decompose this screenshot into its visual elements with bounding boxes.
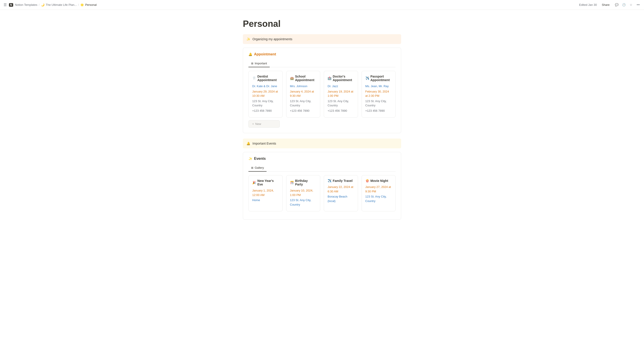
tab-gallery-label: Gallery bbox=[255, 166, 264, 169]
appointment-tab-bar: ⊞ Important bbox=[248, 60, 396, 67]
edited-timestamp: Edited Jan 30 bbox=[579, 3, 597, 6]
organizing-callout: ✨ Organizing my appointments bbox=[243, 34, 401, 44]
events-tab-bar: ⊞ Gallery bbox=[248, 164, 396, 172]
new-plus-icon: + bbox=[252, 122, 254, 126]
event-card[interactable]: 🎉 New Year's Eve January 1, 2024, 12:00 … bbox=[248, 175, 283, 211]
event-card-date-2: January 22, 2024 at 6:30 AM bbox=[328, 185, 354, 194]
breadcrumb-sep-2: / bbox=[78, 3, 79, 6]
events-sparkle-icon: ✨ bbox=[248, 157, 252, 160]
event-card-title-2: ✈️ Family Travel bbox=[328, 179, 354, 183]
topbar-right: Edited Jan 30 Share 💬 🕐 ☆ ••• bbox=[579, 2, 640, 7]
important-events-callout-text: Important Events bbox=[252, 142, 276, 145]
appointment-card-date-0: January 29, 2024 at 10:30 AM bbox=[252, 89, 279, 98]
clock-icon[interactable]: 🕐 bbox=[622, 3, 626, 7]
appointment-card-address-3: 123 St. Any City, Country bbox=[366, 99, 392, 108]
appointment-card-emoji-0: 🦷 bbox=[252, 76, 256, 80]
appointment-card-emoji-3: ✈️ bbox=[366, 76, 369, 80]
appointment-bell-icon: 🔔 bbox=[248, 52, 252, 56]
events-section-title: Events bbox=[254, 157, 266, 161]
appointment-card[interactable]: ✈️ Passport Appointment Ms. Jean, Mr. Ra… bbox=[362, 71, 396, 117]
appointment-card-date-3: February 30, 2024 at 2:30 PM bbox=[366, 89, 392, 98]
more-icon[interactable]: ••• bbox=[636, 3, 640, 7]
event-card-title-3: 🍿 Movie Night bbox=[366, 179, 392, 183]
events-cards-grid: 🎉 New Year's Eve January 1, 2024, 12:00 … bbox=[248, 175, 396, 211]
appointment-card[interactable]: 🏥 Doctor's Appointment Dr. Jazz January … bbox=[324, 71, 358, 117]
page-title: Personal bbox=[243, 19, 401, 29]
appointment-card-doctor-3: Ms. Jean, Mr. Ray bbox=[366, 84, 392, 88]
tab-important-grid-icon: ⊞ bbox=[251, 62, 253, 65]
appointment-card-phone-0: +123 456 7890 bbox=[252, 109, 279, 113]
appointment-card-date-2: January 19, 2024 at 1:00 PM bbox=[328, 89, 354, 98]
event-card-date-1: January 10, 2024, 1:00 PM bbox=[290, 188, 317, 197]
appointment-card-title-2: 🏥 Doctor's Appointment bbox=[328, 75, 354, 82]
organizing-callout-icon: ✨ bbox=[246, 37, 250, 41]
event-card-emoji-0: 🎉 bbox=[252, 181, 256, 184]
share-button[interactable]: Share bbox=[600, 2, 612, 7]
appointment-card-doctor-1: Mrs. Johnson bbox=[290, 84, 317, 88]
appointment-card-title-0: 🦷 Dentist Appointment bbox=[252, 75, 279, 82]
event-card-emoji-2: ✈️ bbox=[328, 179, 332, 183]
event-card[interactable]: 🎊 Birthday Party January 10, 2024, 1:00 … bbox=[286, 175, 320, 211]
event-card-emoji-1: 🎊 bbox=[290, 181, 294, 184]
event-card-emoji-3: 🍿 bbox=[366, 179, 369, 183]
breadcrumb-notion-templates[interactable]: Notion Templates bbox=[15, 3, 37, 6]
notion-logo: N bbox=[9, 3, 13, 7]
appointment-card-address-2: 123 St. Any City, Country bbox=[328, 99, 354, 108]
appointment-card-address-0: 123 St. Any City, Country bbox=[252, 99, 279, 108]
appointment-card-doctor-2: Dr. Jazz bbox=[328, 84, 354, 88]
tab-gallery[interactable]: ⊞ Gallery bbox=[248, 164, 266, 172]
star-icon[interactable]: ☆ bbox=[629, 3, 633, 7]
organizing-callout-text: Organizing my appointments bbox=[252, 37, 292, 41]
appointment-card-emoji-1: 🏫 bbox=[290, 76, 294, 80]
event-card-address-1: 123 St. Any City, Country bbox=[290, 198, 317, 207]
event-card-date-0: January 1, 2024, 12:00 AM bbox=[252, 188, 279, 197]
event-card[interactable]: 🍿 Movie Night January 27, 2024 at 9:30 P… bbox=[362, 175, 396, 211]
appointment-card-phone-3: +123 456 7890 bbox=[366, 109, 392, 113]
appointment-card-date-1: January 4, 2024 at 9:30 AM bbox=[290, 89, 317, 98]
event-card-title-1: 🎊 Birthday Party bbox=[290, 179, 317, 186]
tab-important[interactable]: ⊞ Important bbox=[248, 60, 270, 67]
appointment-card-title-3: ✈️ Passport Appointment bbox=[366, 75, 392, 82]
hamburger-icon[interactable]: ☰ bbox=[4, 3, 7, 7]
breadcrumb-personal-icon: 🌟 bbox=[80, 3, 84, 6]
appointment-card[interactable]: 🦷 Dentist Appointment Dr. Kate & Dr. Jan… bbox=[248, 71, 283, 117]
appointment-card[interactable]: 🏫 School Appointment Mrs. Johnson Januar… bbox=[286, 71, 320, 117]
breadcrumb-sep-1: / bbox=[39, 3, 40, 6]
event-card[interactable]: ✈️ Family Travel January 22, 2024 at 6:3… bbox=[324, 175, 358, 211]
event-card-address-0: Home bbox=[252, 198, 279, 202]
appointment-new-button[interactable]: + New bbox=[248, 120, 280, 128]
appointment-section-title: Appointment bbox=[254, 52, 276, 56]
tab-gallery-grid-icon: ⊞ bbox=[251, 166, 253, 169]
new-button-label: New bbox=[255, 122, 261, 126]
important-events-bell-icon: 🔔 bbox=[246, 142, 250, 145]
event-card-title-0: 🎉 New Year's Eve bbox=[252, 179, 279, 186]
event-card-address-2: Boracay Beach (local) bbox=[328, 194, 354, 203]
breadcrumb-personal[interactable]: Personal bbox=[85, 3, 96, 6]
appointment-card-doctor-0: Dr. Kate & Dr. Jane bbox=[252, 84, 279, 88]
events-section-header: ✨ Events bbox=[248, 157, 396, 161]
main-content: Personal ✨ Organizing my appointments 🔔 … bbox=[222, 10, 422, 243]
event-card-address-3: 123 St. Any City, Country bbox=[366, 194, 392, 203]
appointment-card-phone-1: +123 456 7890 bbox=[290, 109, 317, 113]
appointment-section: 🔔 Appointment ⊞ Important 🦷 Dentist Appo… bbox=[243, 48, 401, 133]
events-section: ✨ Events ⊞ Gallery 🎉 New Year's Eve Janu… bbox=[243, 152, 401, 220]
appointment-card-emoji-2: 🏥 bbox=[328, 76, 332, 80]
appointment-section-header: 🔔 Appointment bbox=[248, 52, 396, 56]
tab-important-label: Important bbox=[255, 62, 267, 65]
event-card-date-3: January 27, 2024 at 9:30 PM bbox=[366, 185, 392, 194]
chat-icon[interactable]: 💬 bbox=[614, 3, 619, 7]
appointment-cards-grid: 🦷 Dentist Appointment Dr. Kate & Dr. Jan… bbox=[248, 71, 396, 117]
appointment-card-title-1: 🏫 School Appointment bbox=[290, 75, 317, 82]
important-events-callout: 🔔 Important Events bbox=[243, 139, 401, 148]
breadcrumb-moon-icon: 🌙 bbox=[41, 3, 44, 6]
appointment-card-address-1: 123 St. Any City, Country bbox=[290, 99, 317, 108]
topbar: ☰ N Notion Templates / 🌙 The Ultimate Li… bbox=[0, 0, 644, 10]
breadcrumb-life-plan[interactable]: The Ultimate Life Plan... bbox=[46, 3, 77, 6]
topbar-left: ☰ N Notion Templates / 🌙 The Ultimate Li… bbox=[4, 3, 96, 7]
appointment-card-phone-2: +123 456 7890 bbox=[328, 109, 354, 113]
